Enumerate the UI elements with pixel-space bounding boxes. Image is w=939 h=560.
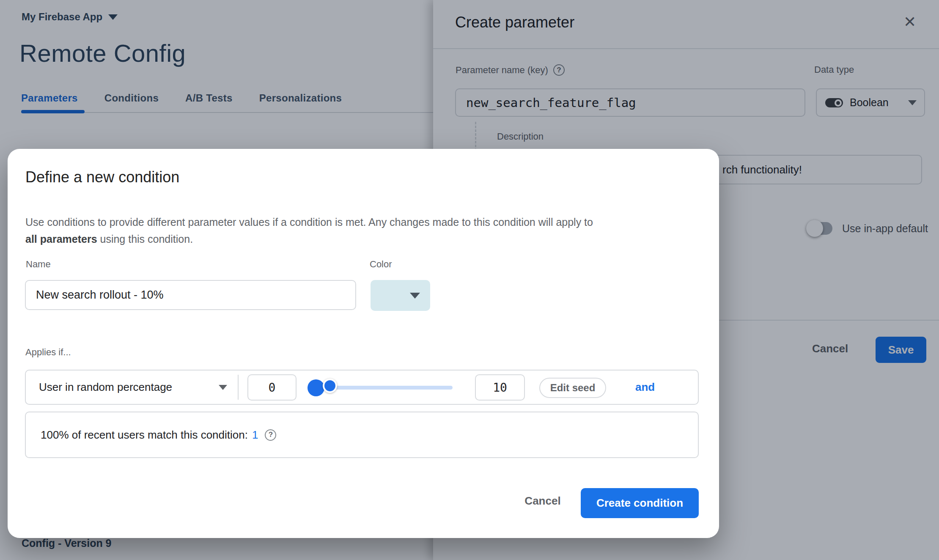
edit-seed-button[interactable]: Edit seed <box>539 378 606 398</box>
dialog-description-line2: using this condition. <box>97 233 193 245</box>
dialog-description-bold: all parameters <box>25 233 97 245</box>
chevron-down-icon <box>410 293 420 299</box>
dialog-title: Define a new condition <box>25 168 179 186</box>
screen: My Firebase App Remote Config Parameters… <box>0 0 939 560</box>
color-label: Color <box>370 259 392 270</box>
condition-match-summary: 100% of recent users match this conditio… <box>25 412 699 458</box>
percent-max-input[interactable] <box>475 374 525 401</box>
percentage-slider-track[interactable] <box>317 386 453 390</box>
help-icon[interactable]: ? <box>265 429 276 441</box>
slider-handle-min[interactable] <box>308 379 324 396</box>
match-summary-text: 100% of recent users match this conditio… <box>41 428 248 442</box>
chevron-down-icon <box>219 385 227 390</box>
percent-min-input[interactable] <box>247 374 297 401</box>
and-condition-link[interactable]: and <box>635 371 655 404</box>
condition-name-label: Name <box>26 259 51 270</box>
dialog-description-line1: Use conditions to provide different para… <box>25 216 593 228</box>
color-select[interactable] <box>371 280 430 311</box>
define-condition-dialog: Define a new condition Use conditions to… <box>8 149 719 538</box>
match-summary-value[interactable]: 1 <box>252 428 258 442</box>
condition-type-select[interactable]: User in random percentage <box>39 371 227 404</box>
create-condition-button[interactable]: Create condition <box>581 488 699 518</box>
dialog-cancel-button[interactable]: Cancel <box>517 494 568 508</box>
dialog-description: Use conditions to provide different para… <box>25 214 679 247</box>
slider-handle-max[interactable] <box>323 379 337 393</box>
condition-row-divider <box>238 375 239 400</box>
condition-builder-row: User in random percentage Edit seed and <box>25 370 699 405</box>
applies-if-label: Applies if... <box>25 347 71 358</box>
condition-type-value: User in random percentage <box>39 381 172 394</box>
condition-name-input[interactable] <box>25 280 356 310</box>
